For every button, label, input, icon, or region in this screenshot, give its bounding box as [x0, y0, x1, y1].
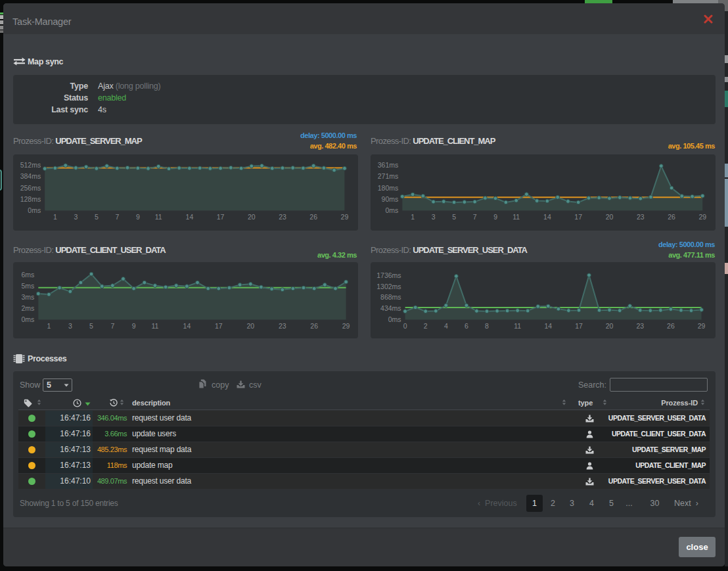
svg-text:17: 17 [575, 322, 583, 330]
svg-text:17: 17 [215, 322, 223, 330]
svg-text:9: 9 [132, 322, 136, 330]
svg-text:6ms: 6ms [21, 271, 34, 279]
svg-text:6: 6 [465, 322, 468, 330]
svg-text:0ms: 0ms [388, 315, 401, 323]
svg-text:3: 3 [432, 213, 436, 221]
svg-text:128ms: 128ms [20, 195, 41, 203]
svg-text:14: 14 [543, 213, 551, 221]
svg-text:0: 0 [403, 322, 407, 330]
svg-text:0ms: 0ms [28, 206, 41, 214]
svg-text:5: 5 [452, 213, 456, 221]
svg-text:0ms: 0ms [21, 315, 34, 323]
svg-text:4: 4 [444, 322, 448, 330]
svg-text:7: 7 [473, 213, 477, 221]
svg-text:29: 29 [341, 213, 349, 221]
svg-text:26: 26 [667, 322, 675, 330]
svg-text:7: 7 [110, 322, 114, 330]
svg-text:23: 23 [637, 213, 645, 221]
svg-text:20: 20 [606, 322, 614, 330]
svg-text:11: 11 [514, 322, 521, 330]
svg-text:1736ms: 1736ms [376, 271, 401, 279]
svg-text:868ms: 868ms [380, 293, 401, 301]
svg-text:1: 1 [411, 213, 415, 221]
svg-text:26: 26 [310, 322, 318, 330]
svg-text:90ms: 90ms [382, 195, 399, 203]
svg-text:5ms: 5ms [21, 282, 34, 290]
svg-text:14: 14 [183, 322, 191, 330]
svg-text:3ms: 3ms [21, 293, 34, 301]
svg-text:11: 11 [512, 213, 520, 221]
svg-text:5: 5 [95, 213, 99, 221]
svg-text:26: 26 [668, 213, 675, 221]
svg-text:3: 3 [74, 213, 78, 221]
svg-text:11: 11 [151, 322, 158, 330]
svg-text:29: 29 [342, 322, 350, 330]
svg-text:361ms: 361ms [378, 161, 399, 169]
svg-text:384ms: 384ms [20, 172, 41, 180]
svg-text:9: 9 [493, 213, 497, 221]
svg-text:20: 20 [246, 322, 254, 330]
svg-text:180ms: 180ms [378, 184, 399, 192]
svg-text:434ms: 434ms [380, 304, 401, 312]
svg-text:14: 14 [186, 213, 194, 221]
svg-text:2ms: 2ms [21, 304, 34, 312]
svg-text:17: 17 [574, 213, 582, 221]
svg-text:8: 8 [485, 322, 489, 330]
svg-text:271ms: 271ms [378, 172, 399, 180]
svg-text:11: 11 [155, 213, 162, 221]
svg-text:20: 20 [248, 213, 256, 221]
svg-text:29: 29 [698, 322, 706, 330]
svg-text:1: 1 [47, 322, 51, 330]
svg-text:20: 20 [606, 213, 614, 221]
svg-text:17: 17 [217, 213, 225, 221]
svg-text:23: 23 [636, 322, 644, 330]
svg-text:2: 2 [424, 322, 428, 330]
svg-text:23: 23 [279, 213, 286, 221]
svg-text:1: 1 [53, 213, 57, 221]
svg-text:0ms: 0ms [385, 206, 398, 214]
svg-text:26: 26 [309, 213, 317, 221]
svg-text:1302ms: 1302ms [376, 283, 401, 290]
svg-text:5: 5 [89, 322, 93, 330]
svg-text:23: 23 [279, 322, 286, 330]
svg-text:9: 9 [136, 213, 140, 221]
svg-text:256ms: 256ms [20, 184, 41, 192]
svg-text:512ms: 512ms [20, 161, 41, 169]
svg-text:14: 14 [544, 322, 552, 330]
svg-text:3: 3 [68, 322, 72, 330]
svg-text:7: 7 [115, 213, 119, 221]
svg-text:29: 29 [698, 213, 706, 221]
